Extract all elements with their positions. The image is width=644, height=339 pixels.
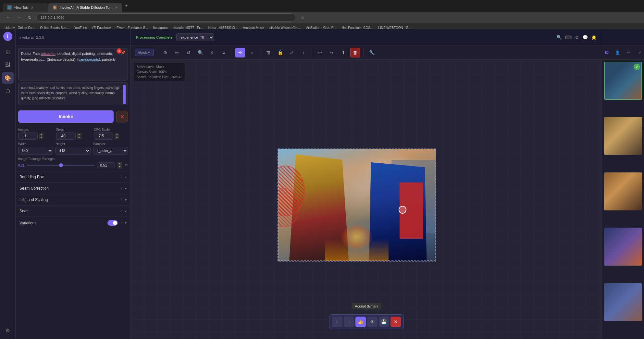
images-input[interactable] xyxy=(18,132,38,140)
tool-move-up[interactable]: ⤢ xyxy=(287,48,297,57)
right-panel: 🖼 👤 ✏ ⤢ ✓ xyxy=(602,29,644,339)
gallery-item-3[interactable] xyxy=(604,172,642,210)
strength-up[interactable]: ▲ xyxy=(118,162,122,165)
tool-trash[interactable]: 🗑 xyxy=(350,48,360,57)
header-icons: 🔍 ⌨ ⚙ 💬 ⭐ xyxy=(556,35,597,40)
browser-tab-invokeai[interactable]: 🎨 InvokeAI - A Stable Diffusion To... ✕ xyxy=(48,3,122,12)
tool-undo[interactable]: ↩ xyxy=(315,48,325,57)
cancel-icon: ✕ xyxy=(120,114,124,120)
steps-label: Steps xyxy=(56,128,90,132)
header-icon-star[interactable]: ⭐ xyxy=(591,35,597,40)
sidebar-item-paint[interactable]: 🎨 xyxy=(2,72,14,84)
sidebar-item-settings[interactable]: ⚙ xyxy=(2,325,14,336)
tool-move[interactable]: ✛ xyxy=(235,48,245,57)
header-icon-discord[interactable]: 💬 xyxy=(582,35,588,40)
negative-prompt-box[interactable]: nude bad anatomy, bad hands, text, error… xyxy=(18,82,128,105)
variations-help[interactable]: ? xyxy=(120,221,122,225)
invoke-button[interactable]: Invoke xyxy=(18,110,114,123)
seam-correction-section: Seam Correction ? ▾ xyxy=(16,182,130,194)
header-icon-keyboard[interactable]: ⌨ xyxy=(565,35,572,40)
steps-down[interactable]: ▼ xyxy=(77,136,81,139)
gallery-edit-btn[interactable]: ✏ xyxy=(625,48,633,57)
canvas-grid: Active Layer: Mask Canvas Scale: 100% Sc… xyxy=(131,60,602,339)
toolbar-divider-4 xyxy=(312,49,312,56)
tab-close-newtab[interactable]: ✕ xyxy=(31,6,33,9)
gallery-item-2[interactable] xyxy=(604,117,642,155)
infill-help[interactable]: ? xyxy=(120,198,122,202)
cfg-setting: CFG Scale ▲ ▼ xyxy=(94,128,128,140)
tool-circle-select[interactable]: ○ xyxy=(247,48,257,57)
variations-toggle[interactable] xyxy=(107,220,118,226)
cancel-button[interactable]: ✕ xyxy=(116,111,128,122)
tool-redo[interactable]: ↪ xyxy=(327,48,337,57)
bounding-box-help[interactable]: ? xyxy=(120,175,122,179)
seed-help[interactable]: ? xyxy=(120,209,122,213)
header-icon-github[interactable]: ⚙ xyxy=(575,35,579,40)
steps-input[interactable] xyxy=(56,132,76,140)
bounding-box-section: Bounding Box ? ▾ xyxy=(16,171,130,182)
gallery-item-5[interactable] xyxy=(604,283,642,321)
tool-save-canvas[interactable]: ⬆ xyxy=(339,48,348,57)
float-accept-button[interactable]: 👍 xyxy=(355,317,366,327)
tool-brush[interactable]: ✏ xyxy=(172,48,182,57)
tool-outpaint[interactable]: ⊕ xyxy=(160,48,170,57)
sampler-select[interactable]: k_euler_ak_eulerk_lmsddim xyxy=(93,147,128,155)
cfg-input[interactable] xyxy=(94,132,113,140)
float-close-button[interactable]: ✕ xyxy=(390,317,401,327)
canvas-area[interactable]: Active Layer: Mask Canvas Scale: 100% Sc… xyxy=(131,60,602,339)
reload-button[interactable]: ↻ xyxy=(26,14,34,21)
images-down[interactable]: ▼ xyxy=(39,136,43,139)
cfg-up[interactable]: ▲ xyxy=(115,133,119,136)
tool-download[interactable]: ↓ xyxy=(299,48,308,57)
tool-eraser-tool[interactable]: ↺ xyxy=(184,48,193,57)
tool-flatten[interactable]: 🔒 xyxy=(275,48,285,57)
tool-clear[interactable]: ✕ xyxy=(207,48,217,57)
header-icon-search[interactable]: 🔍 xyxy=(556,35,562,40)
address-bar[interactable]: 127.0.0.1:9090 xyxy=(36,13,296,22)
sidebar-item-nodes[interactable]: ⬡ xyxy=(2,85,14,97)
seam-correction-header[interactable]: Seam Correction ? ▾ xyxy=(16,183,130,194)
gallery-grid: ✓ xyxy=(602,60,644,339)
experience-select[interactable]: experience_70 experience_50 experience_1… xyxy=(176,33,214,41)
seed-header[interactable]: Seed ? ▾ xyxy=(16,206,130,217)
gallery-icon-btn[interactable]: 🖼 xyxy=(602,48,611,57)
tool-settings-menu[interactable]: ≡ xyxy=(219,48,229,57)
bounding-box-title: Bounding Box xyxy=(19,175,120,179)
seam-correction-help[interactable]: ? xyxy=(120,186,122,190)
positive-prompt-box[interactable]: Doctor Fate artstation, detailed, digita… xyxy=(18,48,128,81)
sidebar-item-gallery[interactable]: 🖼 xyxy=(2,59,14,71)
strength-value-input[interactable] xyxy=(97,162,115,168)
tool-merge-down[interactable]: ⊞ xyxy=(264,48,273,57)
strength-down[interactable]: ▼ xyxy=(118,165,122,169)
gallery-expand-btn[interactable]: ⤢ xyxy=(636,48,644,57)
canvas-image xyxy=(277,148,436,262)
width-select[interactable]: 6405127681024 xyxy=(18,147,53,155)
strength-min: 0.01 xyxy=(18,164,24,167)
tool-wrench[interactable]: 🔧 xyxy=(367,48,377,57)
float-eye-button[interactable]: 👁 xyxy=(367,317,378,327)
back-button[interactable]: ← xyxy=(4,14,12,21)
height-select[interactable]: 448512640768 xyxy=(56,147,90,155)
gallery-item-1[interactable]: ✓ xyxy=(604,62,642,100)
gallery-person-btn[interactable]: 👤 xyxy=(613,48,622,57)
float-prev-button[interactable]: ← xyxy=(332,317,342,327)
new-tab-button[interactable]: + xyxy=(122,2,130,10)
forward-button[interactable]: → xyxy=(15,14,23,21)
strength-reset[interactable]: ↺ xyxy=(125,163,128,168)
sidebar-item-home[interactable]: ⊡ xyxy=(2,46,14,58)
bookmark-star[interactable]: ☆ xyxy=(299,14,307,21)
gallery-item-4[interactable] xyxy=(604,228,642,266)
tab-close-invokeai[interactable]: ✕ xyxy=(115,6,118,9)
strength-slider[interactable] xyxy=(27,165,94,166)
variations-header[interactable]: Variations ? ▾ xyxy=(16,217,130,229)
mask-dropdown[interactable]: Mask ▾ xyxy=(135,49,154,56)
cfg-down[interactable]: ▼ xyxy=(115,136,119,139)
tool-transform[interactable]: 🔍 xyxy=(195,48,205,57)
float-next-button[interactable]: → xyxy=(344,317,354,327)
browser-tab-newtab[interactable]: 🌐 New Tab ✕ xyxy=(3,3,48,12)
images-up[interactable]: ▲ xyxy=(39,133,43,136)
bounding-box-header[interactable]: Bounding Box ? ▾ xyxy=(16,171,130,182)
float-save-button[interactable]: 💾 xyxy=(379,317,389,327)
steps-up[interactable]: ▲ xyxy=(77,133,81,136)
infill-header[interactable]: Infill and Scaling ? ▾ xyxy=(16,194,130,205)
